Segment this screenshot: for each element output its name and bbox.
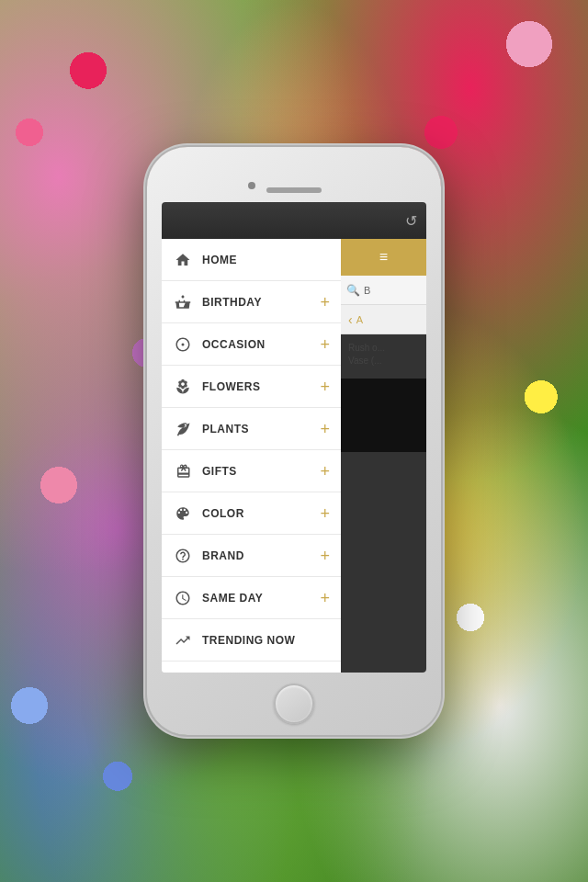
- home-icon: [173, 250, 193, 270]
- menu-label-gifts: GIFTS: [202, 465, 320, 478]
- top-bar: ↺: [162, 202, 426, 239]
- menu-item-home[interactable]: HOME: [162, 239, 341, 281]
- search-text: B: [364, 285, 370, 296]
- speaker: [266, 187, 322, 193]
- color-icon: [173, 503, 193, 524]
- occasion-icon: [173, 334, 193, 355]
- hamburger-icon[interactable]: ≡: [379, 250, 388, 265]
- menu-item-flowers[interactable]: FLOWERS +: [162, 366, 341, 408]
- menu-label-trending: TRENDING NOW: [202, 634, 330, 647]
- menu-item-trending[interactable]: TRENDING NOW: [162, 619, 341, 662]
- refresh-icon[interactable]: ↺: [405, 212, 417, 230]
- brand-icon: [173, 546, 193, 566]
- flowers-icon: [173, 377, 193, 397]
- plants-plus-icon[interactable]: +: [320, 421, 330, 437]
- search-bar-right[interactable]: 🔍 B: [341, 276, 426, 305]
- product-image-placeholder: [341, 379, 426, 452]
- menu-item-brand[interactable]: BRAND +: [162, 535, 341, 577]
- flowers-plus-icon[interactable]: +: [320, 379, 330, 395]
- menu-item-occasion[interactable]: OCCASION +: [162, 323, 341, 366]
- home-button-area: [274, 673, 314, 735]
- birthday-icon: [173, 292, 193, 312]
- menu-panel: HOME BIRTHDAY +: [162, 239, 341, 673]
- right-top-bar: ≡: [341, 239, 426, 276]
- menu-item-color[interactable]: COLOR +: [162, 492, 341, 535]
- menu-label-home: HOME: [202, 254, 330, 266]
- menu-label-birthday: BIRTHDAY: [202, 296, 320, 309]
- gifts-icon: [173, 461, 193, 481]
- svg-point-0: [182, 343, 185, 345]
- menu-item-gifts[interactable]: GIFTS +: [162, 450, 341, 492]
- menu-label-brand: BRAND: [202, 549, 320, 562]
- birthday-plus-icon[interactable]: +: [320, 294, 330, 311]
- phone-frame: ↺ HOME: [147, 147, 441, 735]
- product-text: Rush o...Vase (...: [348, 342, 419, 368]
- right-panel: ≡ 🔍 B ‹ A Rush o...Vase (...: [341, 239, 426, 673]
- home-button[interactable]: [274, 684, 314, 724]
- plants-icon: [173, 419, 193, 439]
- menu-item-same-day[interactable]: SAME DAY +: [162, 577, 341, 619]
- main-area: HOME BIRTHDAY +: [162, 239, 426, 673]
- phone-screen: ↺ HOME: [162, 202, 426, 673]
- trending-icon: [173, 630, 193, 650]
- menu-item-birthday[interactable]: BIRTHDAY +: [162, 281, 341, 323]
- same-day-plus-icon[interactable]: +: [320, 590, 330, 606]
- camera: [248, 182, 255, 189]
- menu-label-flowers: FLOWERS: [202, 380, 320, 393]
- back-arrow-icon: ‹: [348, 312, 353, 327]
- occasion-plus-icon[interactable]: +: [320, 336, 330, 353]
- screen-content: ↺ HOME: [162, 202, 426, 673]
- back-button[interactable]: ‹ A: [341, 305, 426, 334]
- menu-label-occasion: OCCASION: [202, 338, 320, 351]
- brand-plus-icon[interactable]: +: [320, 548, 330, 564]
- product-preview: Rush o...Vase (...: [341, 334, 426, 375]
- color-plus-icon[interactable]: +: [320, 505, 330, 522]
- gifts-plus-icon[interactable]: +: [320, 463, 330, 480]
- same-day-icon: [173, 588, 193, 608]
- menu-label-color: COLOR: [202, 507, 320, 520]
- phone-top: [147, 147, 441, 202]
- search-icon: 🔍: [346, 284, 360, 297]
- menu-label-plants: PLANTS: [202, 423, 320, 435]
- menu-item-plants[interactable]: PLANTS +: [162, 408, 341, 450]
- back-label: A: [356, 314, 363, 325]
- menu-label-same-day: SAME DAY: [202, 592, 320, 605]
